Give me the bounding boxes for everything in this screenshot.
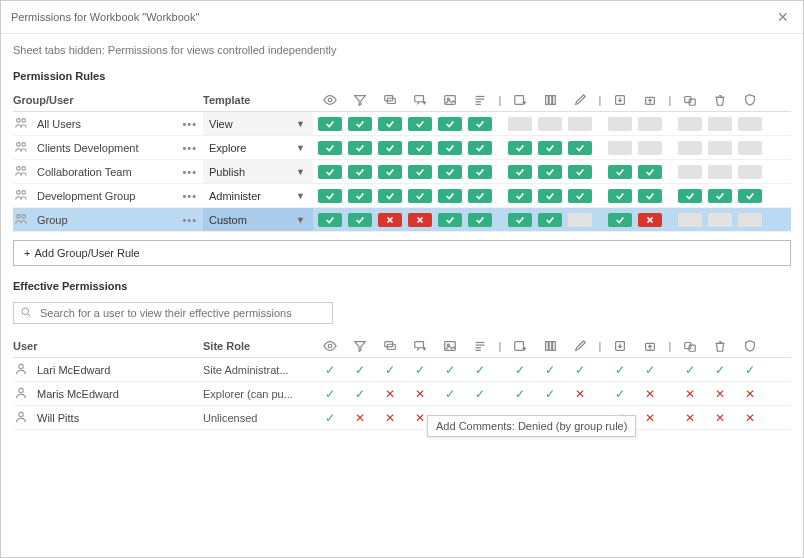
permission-cell[interactable] xyxy=(565,189,595,203)
permission-cell[interactable] xyxy=(705,213,735,227)
permission-cell[interactable] xyxy=(535,141,565,155)
permission-cell[interactable] xyxy=(735,213,765,227)
template-select[interactable]: View▼ xyxy=(203,112,313,135)
permission-cell[interactable] xyxy=(605,141,635,155)
effective-permission-cell: ✓ xyxy=(605,363,635,377)
permission-cell[interactable] xyxy=(375,141,405,155)
template-select[interactable]: Explore▼ xyxy=(203,136,313,159)
permission-cell[interactable] xyxy=(465,117,495,131)
permission-cell[interactable] xyxy=(675,213,705,227)
permission-cell[interactable] xyxy=(375,117,405,131)
close-icon[interactable]: ✕ xyxy=(773,7,793,27)
permission-cell[interactable] xyxy=(735,189,765,203)
permission-cell[interactable] xyxy=(505,213,535,227)
permission-cell[interactable] xyxy=(735,117,765,131)
permission-cell[interactable] xyxy=(565,117,595,131)
permission-cell[interactable] xyxy=(635,117,665,131)
row-more-icon[interactable]: ••• xyxy=(176,214,203,226)
row-more-icon[interactable]: ••• xyxy=(176,190,203,202)
permission-cell[interactable] xyxy=(375,165,405,179)
user-icon xyxy=(13,410,29,426)
permission-cell[interactable] xyxy=(735,141,765,155)
row-more-icon[interactable]: ••• xyxy=(176,118,203,130)
permission-cell[interactable] xyxy=(315,213,345,227)
web-edit-icon xyxy=(565,339,595,353)
permission-cell[interactable] xyxy=(675,141,705,155)
permission-cell[interactable] xyxy=(635,165,665,179)
permission-cell[interactable] xyxy=(675,189,705,203)
permission-cell[interactable] xyxy=(435,117,465,131)
effective-search-input[interactable] xyxy=(38,306,326,320)
permission-cell[interactable] xyxy=(315,117,345,131)
permission-cell[interactable] xyxy=(535,117,565,131)
permission-cell[interactable] xyxy=(535,165,565,179)
permission-cell[interactable] xyxy=(345,117,375,131)
rule-row[interactable]: Clients Development•••Explore▼ xyxy=(13,136,791,160)
permission-cell[interactable] xyxy=(435,189,465,203)
permission-cell[interactable] xyxy=(345,141,375,155)
permission-cell[interactable] xyxy=(505,117,535,131)
rule-row[interactable]: Development Group•••Administer▼ xyxy=(13,184,791,208)
permission-cell[interactable] xyxy=(375,213,405,227)
group-name: Development Group xyxy=(37,190,168,202)
template-select[interactable]: Administer▼ xyxy=(203,184,313,207)
permission-cell[interactable] xyxy=(635,189,665,203)
row-more-icon[interactable]: ••• xyxy=(176,166,203,178)
permission-cell[interactable] xyxy=(535,189,565,203)
row-more-icon[interactable]: ••• xyxy=(176,142,203,154)
permission-cell[interactable] xyxy=(435,165,465,179)
permission-cell[interactable] xyxy=(315,141,345,155)
permission-cell[interactable] xyxy=(315,165,345,179)
permission-cell[interactable] xyxy=(675,117,705,131)
permission-cell[interactable] xyxy=(435,141,465,155)
permission-cell[interactable] xyxy=(465,165,495,179)
permission-cell[interactable] xyxy=(605,213,635,227)
share-custom-icon xyxy=(505,339,535,353)
permission-cell[interactable] xyxy=(635,141,665,155)
permission-cell[interactable] xyxy=(405,213,435,227)
permission-cell[interactable] xyxy=(675,165,705,179)
permission-cell[interactable] xyxy=(375,189,405,203)
site-role-value: Unlicensed xyxy=(203,412,313,424)
permission-cell[interactable] xyxy=(565,141,595,155)
rule-row[interactable]: All Users•••View▼ xyxy=(13,112,791,136)
permission-cell[interactable] xyxy=(735,165,765,179)
permission-cell[interactable] xyxy=(535,213,565,227)
rule-row[interactable]: Group•••Custom▼ xyxy=(13,208,791,232)
permission-cell[interactable] xyxy=(705,141,735,155)
permission-cell[interactable] xyxy=(405,141,435,155)
permission-cell[interactable] xyxy=(405,189,435,203)
add-group-user-rule-button[interactable]: + Add Group/User Rule xyxy=(13,240,791,266)
permission-cell[interactable] xyxy=(465,141,495,155)
rule-row[interactable]: Collaboration Team•••Publish▼ xyxy=(13,160,791,184)
effective-permission-cell: ✓ xyxy=(605,387,635,401)
column-group-user: Group/User xyxy=(13,94,203,106)
permission-cell[interactable] xyxy=(345,189,375,203)
permission-cell[interactable] xyxy=(505,141,535,155)
set-permissions-icon xyxy=(735,93,765,107)
permission-cell[interactable] xyxy=(605,117,635,131)
group-icon xyxy=(13,188,29,204)
permission-cell[interactable] xyxy=(405,117,435,131)
permission-cell[interactable] xyxy=(465,189,495,203)
permission-cell[interactable] xyxy=(405,165,435,179)
permission-cell[interactable] xyxy=(315,189,345,203)
effective-search[interactable] xyxy=(13,302,333,324)
user-name: Will Pitts xyxy=(37,412,203,424)
template-select[interactable]: Publish▼ xyxy=(203,160,313,183)
template-select[interactable]: Custom▼ xyxy=(203,208,313,231)
permission-cell[interactable] xyxy=(505,165,535,179)
permission-cell[interactable] xyxy=(605,189,635,203)
permission-cell[interactable] xyxy=(345,165,375,179)
permission-cell[interactable] xyxy=(435,213,465,227)
permission-cell[interactable] xyxy=(565,165,595,179)
permission-cell[interactable] xyxy=(465,213,495,227)
permission-cell[interactable] xyxy=(605,165,635,179)
permission-cell[interactable] xyxy=(635,213,665,227)
permission-cell[interactable] xyxy=(705,189,735,203)
permission-cell[interactable] xyxy=(505,189,535,203)
permission-cell[interactable] xyxy=(705,165,735,179)
permission-cell[interactable] xyxy=(565,213,595,227)
permission-cell[interactable] xyxy=(705,117,735,131)
permission-cell[interactable] xyxy=(345,213,375,227)
